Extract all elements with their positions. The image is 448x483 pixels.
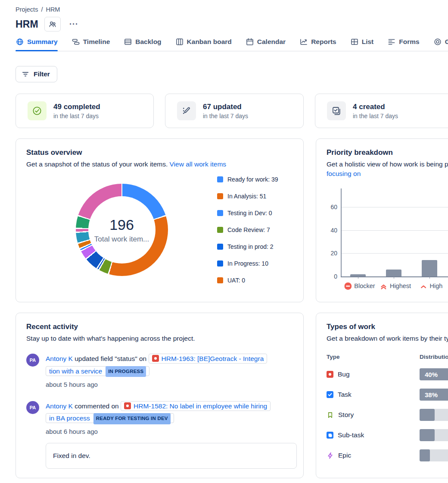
priority-bar-chart[interactable]: BlockerHighestHigh [341, 188, 448, 276]
comment-box: Fixed in dev. [46, 443, 297, 469]
types-of-work-card: Types of work Get a breakdown of work it… [316, 313, 448, 478]
work-item-chip[interactable]: HRM-1582: No label in employee while hir… [121, 401, 271, 411]
more-actions-button[interactable]: ··· [67, 18, 81, 31]
backlog-icon [124, 38, 132, 46]
stat-card-updated[interactable]: 67 updatedin the last 7 days [165, 94, 304, 128]
priority-label: High [430, 282, 443, 289]
stats-row: 49 completedin the last 7 days67 updated… [16, 94, 448, 128]
tab-kanban-board[interactable]: Kanban board [175, 38, 232, 51]
priority-label: Highest [390, 282, 411, 289]
legend-label: In Analysis: 51 [227, 193, 266, 200]
tab-calendar[interactable]: Calendar [246, 38, 286, 51]
tab-label: Summary [27, 38, 58, 46]
check-circle-icon [28, 101, 47, 120]
work-item-chip[interactable]: HRM-1963: [BE]Geotrack - Integra [149, 354, 268, 364]
type-row-task[interactable]: Task38% [327, 389, 448, 401]
tab-label: Kanban board [187, 38, 232, 46]
timestamp: about 5 hours ago [46, 379, 267, 391]
distribution-fill [420, 429, 435, 441]
project-members-button[interactable] [44, 17, 61, 31]
legend-item[interactable]: Ready for work: 39 [217, 176, 293, 183]
tab-reports[interactable]: Reports [299, 38, 336, 51]
goal-icon [433, 38, 442, 46]
type-row-epic[interactable]: Epic [327, 449, 448, 461]
donut-total: 196 [109, 216, 134, 233]
tab-label: Reports [311, 38, 336, 46]
x-label-high: High [420, 282, 443, 290]
epic-icon [327, 452, 334, 459]
legend-item[interactable]: UAT: 0 [217, 277, 293, 284]
user-link[interactable]: Antony K [46, 355, 73, 362]
legend-item[interactable]: In Analysis: 51 [217, 193, 293, 200]
stat-card-created[interactable]: 4 createdin the last 7 days [315, 94, 448, 128]
status-overview-card: Status overview Get a snapshot of the st… [16, 138, 304, 302]
calendar-icon [246, 38, 254, 46]
distribution-track [420, 429, 448, 441]
work-item-chip-continued[interactable]: tion with a serviceIN PROGRESS [46, 366, 149, 376]
legend-swatch [217, 244, 223, 250]
stat-card-completed[interactable]: 49 completedin the last 7 days [16, 94, 154, 128]
bug-icon [152, 355, 159, 362]
breadcrumb-projects[interactable]: Projects [16, 6, 38, 13]
bug-icon [124, 402, 131, 409]
bar-highest[interactable] [386, 270, 401, 276]
legend-label: Testing in prod: 2 [227, 243, 274, 250]
distribution-fill: 38% [420, 389, 448, 401]
focusing-on-link[interactable]: focusing on [327, 170, 361, 177]
tab-goals[interactable]: Goals [433, 38, 448, 51]
tab-forms[interactable]: Forms [387, 38, 419, 51]
status-badge: READY FOR TESTING IN DEV [93, 413, 171, 424]
tab-label: Goals [445, 38, 448, 46]
recent-activity-title: Recent activity [26, 323, 293, 331]
tab-summary[interactable]: Summary [16, 38, 58, 51]
globe-icon [16, 38, 24, 46]
type-row-bug[interactable]: Bug40% [327, 368, 448, 380]
filter-button[interactable]: Filter [16, 66, 57, 82]
status-badge: IN PROGRESS [106, 366, 146, 377]
project-nav-tabs: SummaryTimelineBacklogKanban boardCalend… [16, 38, 448, 51]
legend-swatch [217, 193, 223, 199]
view-all-work-items-link[interactable]: View all work items [170, 160, 227, 168]
tab-list[interactable]: List [350, 38, 374, 51]
legend-label: Code Review: 7 [227, 226, 270, 233]
recent-activity-description: Stay up to date with what's happening ac… [26, 334, 293, 343]
types-of-work-description: Get a breakdown of work items by their t… [327, 334, 448, 343]
tab-label: Calendar [257, 38, 286, 46]
tab-backlog[interactable]: Backlog [124, 38, 161, 51]
list-icon [350, 38, 359, 46]
activity-feed: PAAntony K updated field "status" on HRM… [26, 353, 293, 469]
work-item-link[interactable]: HRM-1582: No label in employee while hir… [134, 402, 267, 410]
tab-label: Forms [399, 38, 419, 46]
y-tick-label: 60 [330, 204, 337, 210]
work-item-link[interactable]: in BA process [49, 414, 90, 422]
task-icon [327, 391, 333, 398]
legend-item[interactable]: Testing in prod: 2 [217, 243, 293, 250]
column-header-type: Type [327, 354, 420, 360]
types-of-work-rows: Bug40%Task38%StorySub-taskEpic [327, 368, 448, 461]
work-item-link[interactable]: HRM-1963: [BE]Geotrack - Integra [162, 355, 264, 362]
filter-icon [21, 70, 30, 78]
avatar[interactable]: PA [26, 401, 39, 414]
status-legend: Ready for work: 39In Analysis: 51Testing… [217, 176, 293, 284]
user-link[interactable]: Antony K [46, 402, 73, 410]
people-icon [48, 20, 57, 28]
tab-timeline[interactable]: Timeline [72, 38, 110, 51]
status-donut-chart[interactable]: 196 Total work item... [76, 184, 168, 276]
subtask-icon [327, 432, 333, 439]
type-row-story[interactable]: Story [327, 409, 448, 421]
legend-item[interactable]: Code Review: 7 [217, 226, 293, 233]
distribution-fill [420, 409, 435, 421]
type-row-sub-task[interactable]: Sub-task [327, 429, 448, 441]
breadcrumb-hrm[interactable]: HRM [46, 6, 60, 13]
avatar[interactable]: PA [26, 354, 39, 367]
legend-item[interactable]: Testing in Dev: 0 [217, 210, 293, 216]
blocker-icon [344, 282, 352, 290]
work-item-link[interactable]: tion with a service [49, 367, 102, 375]
type-label: Bug [338, 370, 350, 378]
bar-high[interactable] [422, 260, 437, 276]
high-icon [420, 282, 427, 290]
work-item-chip-continued[interactable]: in BA processREADY FOR TESTING IN DEV [46, 413, 174, 423]
type-label: Story [338, 411, 354, 419]
legend-item[interactable]: In Progress: 10 [217, 260, 293, 267]
activity-item: PAAntony K commented on HRM-1582: No lab… [26, 400, 293, 469]
